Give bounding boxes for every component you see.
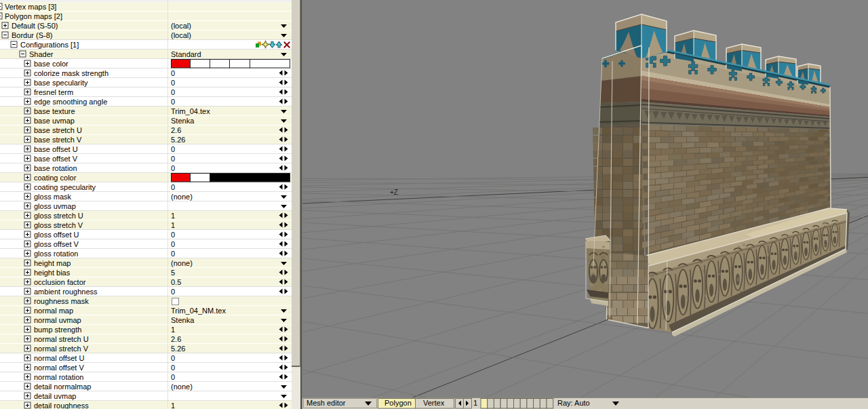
- svg-text:0: 0: [171, 183, 175, 191]
- svg-text:detail normalmap: detail normalmap: [34, 383, 91, 391]
- svg-text:Polygon maps [2]: Polygon maps [2]: [5, 12, 62, 20]
- svg-text:normal offset U: normal offset U: [34, 354, 84, 362]
- svg-text:normal stretch U: normal stretch U: [34, 335, 89, 343]
- svg-text:base uvmap: base uvmap: [34, 117, 75, 125]
- svg-text:Trim_04.tex: Trim_04.tex: [171, 107, 210, 115]
- svg-text:1: 1: [171, 212, 175, 220]
- svg-text:(local): (local): [171, 22, 191, 30]
- svg-text:0: 0: [171, 364, 175, 372]
- svg-text:(local): (local): [171, 31, 191, 39]
- svg-text:Vertex maps [3]: Vertex maps [3]: [5, 3, 56, 11]
- svg-text:height map: height map: [34, 259, 71, 267]
- svg-text:normal stretch V: normal stretch V: [34, 345, 89, 353]
- svg-text:gloss mask: gloss mask: [34, 193, 72, 201]
- svg-text:base color: base color: [34, 60, 68, 68]
- svg-text:Polygon: Polygon: [384, 399, 412, 407]
- svg-text:0: 0: [171, 98, 175, 106]
- svg-text:1: 1: [171, 326, 175, 334]
- svg-text:base offset V: base offset V: [34, 155, 78, 163]
- svg-text:5: 5: [171, 269, 175, 277]
- svg-text:normal uvmap: normal uvmap: [34, 316, 81, 324]
- svg-text:Standard: Standard: [171, 50, 201, 58]
- svg-text:detail uvmap: detail uvmap: [34, 392, 76, 400]
- svg-text:0: 0: [171, 373, 175, 381]
- svg-text:base offset U: base offset U: [34, 145, 78, 153]
- svg-text:0: 0: [171, 69, 175, 77]
- svg-text:0: 0: [171, 164, 175, 172]
- svg-text:(none): (none): [171, 259, 193, 267]
- svg-text:base rotation: base rotation: [34, 164, 77, 172]
- svg-text:coating specularity: coating specularity: [34, 183, 96, 191]
- svg-text:ambient roughness: ambient roughness: [34, 288, 98, 296]
- svg-text:0: 0: [171, 155, 175, 163]
- svg-text:Trim_04_NM.tex: Trim_04_NM.tex: [171, 307, 226, 315]
- svg-text:1: 1: [171, 221, 175, 229]
- svg-text:1: 1: [473, 399, 477, 407]
- svg-text:gloss offset U: gloss offset U: [34, 231, 79, 239]
- svg-text:gloss offset V: gloss offset V: [34, 240, 79, 248]
- svg-text:gloss stretch U: gloss stretch U: [34, 212, 83, 220]
- svg-text:(none): (none): [171, 383, 193, 391]
- svg-text:normal map: normal map: [34, 307, 73, 315]
- svg-text:base stretch V: base stretch V: [34, 136, 82, 144]
- svg-text:base texture: base texture: [34, 107, 75, 115]
- svg-text:0: 0: [171, 88, 175, 96]
- svg-text:2.6: 2.6: [171, 335, 181, 343]
- svg-text:height bias: height bias: [34, 269, 71, 277]
- svg-text:0: 0: [171, 145, 175, 153]
- svg-text:0: 0: [171, 288, 175, 296]
- svg-text:Bordur (S-8): Bordur (S-8): [12, 31, 53, 39]
- svg-text:gloss rotation: gloss rotation: [34, 250, 78, 258]
- svg-text:bump strength: bump strength: [34, 326, 81, 334]
- svg-text:0.5: 0.5: [171, 278, 181, 286]
- svg-text:gloss stretch V: gloss stretch V: [34, 221, 83, 229]
- svg-text:normal rotation: normal rotation: [34, 373, 83, 381]
- svg-text:occlusion factor: occlusion factor: [34, 278, 86, 286]
- svg-text:Shader: Shader: [29, 50, 54, 58]
- svg-text:gloss uvmap: gloss uvmap: [34, 202, 76, 210]
- svg-text:0: 0: [171, 354, 175, 362]
- svg-text:0: 0: [171, 231, 175, 239]
- svg-text:5.26: 5.26: [171, 345, 185, 353]
- svg-text:Stenka: Stenka: [171, 117, 195, 125]
- svg-text:Stenka: Stenka: [171, 316, 195, 324]
- svg-text:(none): (none): [171, 193, 193, 201]
- svg-text:Default (S-50): Default (S-50): [12, 22, 58, 30]
- svg-text:+Z: +Z: [390, 189, 398, 196]
- svg-text:Configurations [1]: Configurations [1]: [20, 41, 79, 49]
- svg-text:Mesh editor: Mesh editor: [307, 399, 346, 407]
- svg-text:0: 0: [171, 79, 175, 87]
- svg-text:normal offset V: normal offset V: [34, 364, 84, 372]
- svg-text:5.26: 5.26: [171, 136, 185, 144]
- svg-text:coating color: coating color: [34, 174, 77, 182]
- svg-text:1: 1: [171, 402, 175, 409]
- svg-text:colorize mask strength: colorize mask strength: [34, 69, 108, 77]
- svg-text:base specularity: base specularity: [34, 79, 88, 87]
- svg-text:0: 0: [171, 250, 175, 258]
- svg-text:detail roughness: detail roughness: [34, 402, 89, 409]
- svg-text:roughness mask: roughness mask: [34, 297, 89, 305]
- svg-text:edge smoothing angle: edge smoothing angle: [34, 98, 107, 106]
- svg-text:fresnel term: fresnel term: [34, 88, 73, 96]
- svg-text:Ray: Auto: Ray: Auto: [557, 399, 590, 407]
- svg-text:0: 0: [171, 240, 175, 248]
- svg-text:2.6: 2.6: [171, 126, 181, 134]
- svg-text:Vertex: Vertex: [423, 399, 445, 407]
- svg-text:base stretch U: base stretch U: [34, 126, 82, 134]
